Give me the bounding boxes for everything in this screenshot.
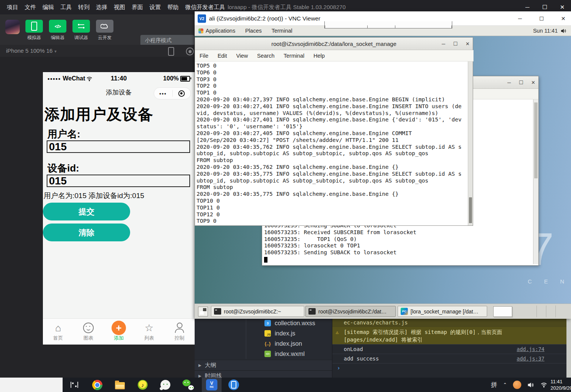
menu-item[interactable]: 项目 bbox=[7, 4, 18, 11]
vnc-taskbar-button[interactable]: Vnc bbox=[202, 378, 222, 392]
more-menu-button[interactable]: ••• bbox=[154, 91, 172, 96]
close-icon[interactable]: ✕ bbox=[552, 11, 571, 26]
ime-indicator[interactable]: 拼 bbox=[491, 381, 497, 389]
debugger-button[interactable]: 调试器 bbox=[72, 20, 90, 41]
source-link[interactable]: add.js:37 bbox=[517, 354, 544, 364]
simulator-button[interactable]: 模拟器 bbox=[25, 20, 43, 41]
minimize-icon[interactable]: ─ bbox=[509, 11, 531, 26]
terminal-icon bbox=[214, 308, 221, 315]
terminal-menu-item[interactable]: Edit bbox=[217, 53, 227, 59]
terminal-menu-item[interactable]: Search bbox=[257, 53, 275, 59]
close-icon[interactable]: ✕ bbox=[531, 76, 535, 89]
source-link[interactable]: add.js:74 bbox=[517, 345, 544, 354]
task-view-button[interactable] bbox=[65, 378, 83, 392]
menu-item[interactable]: 工具 bbox=[60, 4, 72, 11]
maximize-icon[interactable]: ☐ bbox=[519, 76, 523, 89]
menu-item[interactable]: 编辑 bbox=[42, 4, 54, 11]
devid-input[interactable]: 015 bbox=[47, 175, 190, 187]
maximize-icon[interactable]: ☐ bbox=[453, 38, 458, 50]
user-avatar[interactable] bbox=[5, 20, 20, 34]
editor-button[interactable]: </> 编辑器 bbox=[49, 20, 67, 41]
tab-charts[interactable]: 图表 bbox=[73, 319, 104, 345]
console-log: add success add.js:37 bbox=[332, 354, 571, 363]
windows-taskbar: ♪ Vnc 拼 ⌃ bbox=[0, 378, 571, 392]
outline-section[interactable]: ▶ 大纲 bbox=[195, 360, 332, 370]
file-item[interactable]: </> index.wxml bbox=[195, 349, 332, 359]
submit-button[interactable]: 提交 bbox=[43, 203, 130, 220]
taskbar-button-pycharm[interactable]: PC [lora_socket_manage [/data/lora... bbox=[398, 306, 487, 317]
file-item[interactable]: 3 collection.wxss bbox=[195, 318, 332, 328]
smiley-icon bbox=[83, 322, 94, 334]
terminal-menu-item[interactable]: Help bbox=[313, 53, 325, 59]
menu-item[interactable]: 微信开发者工具 bbox=[185, 4, 225, 11]
phone-tab-bar: ⌂ 首页 图表 + 添加 ☆ 列表 控制 bbox=[43, 318, 195, 345]
form-summary: 用户名为:015 添加设备id为:015 bbox=[44, 191, 144, 201]
person-icon bbox=[175, 322, 184, 334]
menu-item[interactable]: 设置 bbox=[149, 4, 161, 11]
tab-list[interactable]: ☆ 列表 bbox=[134, 319, 164, 345]
console-file-row[interactable]: ec-canvas/echarts.js bbox=[332, 318, 571, 327]
simulator-header: iPhone 5 100% 16▾ bbox=[0, 45, 195, 57]
taskbar-button-terminal-lora[interactable]: root@iZsvsojdimi6bcZ:/data/lor... bbox=[305, 306, 396, 317]
tab-add[interactable]: + 添加 bbox=[104, 319, 134, 345]
qq-button[interactable] bbox=[156, 378, 175, 392]
volume-icon[interactable] bbox=[561, 28, 566, 33]
close-icon[interactable]: ✕ bbox=[466, 38, 470, 50]
wechat-button[interactable] bbox=[179, 378, 197, 392]
clear-button[interactable]: 清除 bbox=[43, 224, 130, 241]
rotate-device-icon[interactable] bbox=[168, 47, 174, 56]
terminal-menu[interactable]: Terminal bbox=[272, 28, 293, 34]
username-input[interactable]: 015 bbox=[47, 140, 190, 153]
devtools-taskbar-button[interactable] bbox=[225, 378, 243, 392]
minimize-icon[interactable]: ─ bbox=[442, 38, 445, 50]
js-file-icon: JS bbox=[264, 330, 271, 337]
wifi-tray-icon[interactable] bbox=[540, 382, 547, 387]
terminal-menu-item[interactable]: View bbox=[236, 53, 248, 59]
menu-item[interactable]: 转到 bbox=[78, 4, 90, 11]
file-explorer-button[interactable] bbox=[111, 378, 129, 392]
speaker-icon[interactable] bbox=[527, 382, 534, 388]
vnc-taskbar: root@iZsvsojdimi6bcZ:~ root@iZsvsojdimi6… bbox=[195, 304, 571, 319]
terminal2-scrollbar[interactable] bbox=[533, 99, 538, 264]
terminal-menu-item[interactable]: Terminal bbox=[284, 53, 305, 59]
applications-menu[interactable]: Applications bbox=[198, 28, 235, 34]
file-item[interactable]: {..} index.json bbox=[195, 338, 332, 349]
menu-item[interactable]: 视图 bbox=[114, 4, 125, 11]
menu-item[interactable]: 文件 bbox=[25, 4, 36, 11]
cloud-dev-button[interactable]: 云开发 bbox=[96, 20, 114, 41]
terminal-menu-item[interactable]: File bbox=[200, 53, 208, 59]
target-icon[interactable] bbox=[186, 47, 194, 55]
terminal-window-lora-socket-manage[interactable]: root@iZsvsojdimi6bcZ:/data/lora_socket_m… bbox=[195, 37, 473, 226]
menu-item[interactable]: 帮助 bbox=[167, 4, 179, 11]
home-icon: ⌂ bbox=[55, 322, 61, 334]
menu-item[interactable]: 选择 bbox=[96, 4, 107, 11]
task-view-icon bbox=[71, 382, 78, 388]
maximize-icon[interactable]: ☐ bbox=[531, 11, 552, 26]
vnc-toolbar-stub[interactable] bbox=[324, 21, 452, 28]
menu-item[interactable]: 界面 bbox=[132, 4, 143, 11]
timeline-section[interactable]: ▶ 时间线 bbox=[195, 370, 332, 378]
phone-status-bar: ●●●●● WeChat 11:40 100% bbox=[43, 72, 195, 85]
tab-control[interactable]: 控制 bbox=[164, 319, 195, 345]
workspace-switcher-icon[interactable] bbox=[198, 307, 208, 316]
phone-icon bbox=[31, 22, 37, 31]
taskbar-preview-box[interactable] bbox=[493, 306, 512, 317]
terminal1-scrollbar[interactable] bbox=[468, 61, 473, 225]
gnome-clock[interactable]: Sun 11:41 bbox=[533, 28, 558, 34]
music-app-button[interactable]: ♪ bbox=[134, 378, 152, 392]
minimize-icon[interactable]: ─ bbox=[507, 76, 511, 89]
file-item[interactable]: JS index.js bbox=[195, 328, 332, 338]
tray-app-icon[interactable] bbox=[513, 381, 521, 389]
terminal1-title-bar[interactable]: root@iZsvsojdimi6bcZ:/data/lora_socket_m… bbox=[195, 38, 473, 50]
taskbar-clock[interactable]: 11:41 2020/9/20 bbox=[551, 378, 571, 392]
exit-miniprogram-button[interactable] bbox=[173, 90, 191, 97]
taskbar-button-terminal-home[interactable]: root@iZsvsojdimi6bcZ:~ bbox=[211, 306, 304, 317]
device-selector[interactable]: iPhone 5 100% 16▾ bbox=[6, 47, 57, 54]
console-prompt[interactable]: › bbox=[332, 363, 571, 372]
places-menu[interactable]: Places bbox=[245, 28, 262, 34]
tray-expand-icon[interactable]: ⌃ bbox=[503, 382, 507, 387]
chrome-button[interactable] bbox=[88, 378, 106, 392]
tab-home[interactable]: ⌂ 首页 bbox=[43, 319, 73, 345]
console-scrollbar[interactable] bbox=[566, 318, 571, 378]
mode-dropdown[interactable]: 小程序模式 bbox=[140, 35, 194, 46]
